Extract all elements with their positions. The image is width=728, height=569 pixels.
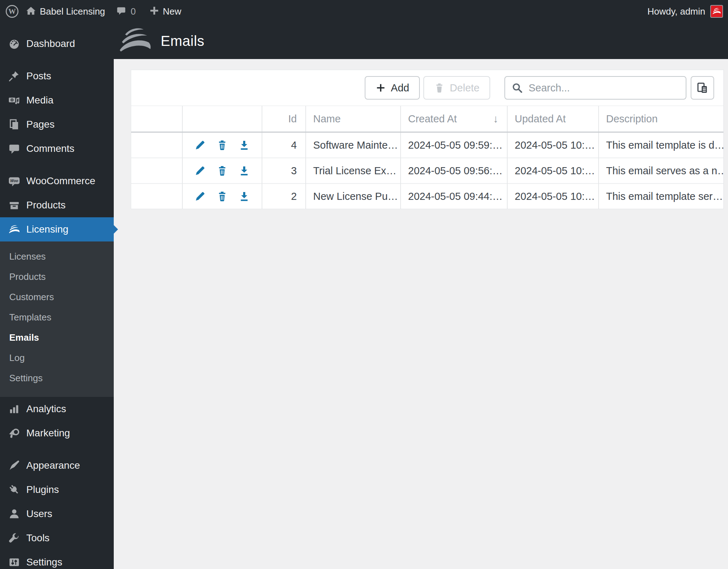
delete-icon[interactable] [216,191,228,202]
brush-icon [7,459,21,472]
select-cell[interactable] [131,158,182,184]
licensing-submenu: Licenses Products Customers Templates Em… [0,241,114,397]
table-row: 4 Software Mainte… 2024-05-05 09:59:… 20… [131,132,723,158]
name-cell: Software Mainte… [306,132,401,158]
search-box [504,76,686,100]
sidebar-item-label: Dashboard [26,38,75,49]
sidebar-item-media[interactable]: Media [0,88,114,112]
delete-icon[interactable] [216,139,228,151]
woocommerce-icon: Woo [7,175,21,187]
sidebar-item-label: Appearance [26,460,80,471]
created-at-cell: 2024-05-05 09:56:… [401,158,507,184]
pages-icon [7,118,21,131]
sidebar-item-label: WooCommerce [26,175,95,187]
plug-icon [7,484,21,496]
sidebar-item-analytics[interactable]: Analytics [0,397,114,421]
site-name: Babel Licensing [40,6,105,17]
submenu-item-templates[interactable]: Templates [0,307,114,328]
id-cell: 4 [262,132,306,158]
sidebar: Dashboard Posts Media Pages Comments Woo… [0,23,114,569]
svg-text:Woo: Woo [10,179,18,183]
select-cell[interactable] [131,184,182,209]
column-header-description[interactable]: Description [599,106,723,132]
submenu-item-licenses[interactable]: Licenses [0,246,114,267]
column-header-actions [182,106,262,132]
new-label: New [163,6,181,17]
column-header-updated-at[interactable]: Updated At [507,106,599,132]
delete-button-label: Delete [450,82,480,94]
sidebar-item-pages[interactable]: Pages [0,112,114,137]
sidebar-item-label: Posts [26,70,51,82]
home-icon [26,5,36,17]
select-cell[interactable] [131,132,182,158]
sidebar-item-woocommerce[interactable]: Woo WooCommerce [0,169,114,193]
column-header-select [131,106,182,132]
page-header: Emails [114,23,728,59]
description-cell: This email serves as a n… [599,158,723,184]
download-icon[interactable] [239,139,250,151]
sidebar-item-label: Marketing [26,427,70,439]
sidebar-item-products[interactable]: Products [0,193,114,217]
submenu-item-settings[interactable]: Settings [0,368,114,388]
new-shortcut[interactable]: New [149,6,181,17]
column-header-id[interactable]: Id [262,106,306,132]
sidebar-item-plugins[interactable]: Plugins [0,478,114,502]
avatar[interactable] [710,5,723,18]
submenu-label: Log [9,352,25,363]
sort-desc-icon: ↓ [493,113,498,125]
actions-cell [182,158,262,184]
delete-button[interactable]: Delete [423,76,490,100]
plus-icon [149,6,159,17]
updated-at-cell: 2024-05-05 10:… [507,158,599,184]
pin-icon [7,70,21,82]
sidebar-item-tools[interactable]: Tools [0,526,114,550]
comments-shortcut[interactable]: 0 [116,5,136,17]
comments-count: 0 [131,6,136,17]
column-header-created-at[interactable]: Created At ↓ [401,106,507,132]
sidebar-item-dashboard[interactable]: Dashboard [0,32,114,56]
sidebar-item-label: Settings [26,557,62,568]
id-cell: 3 [262,158,306,184]
sidebar-item-users[interactable]: Users [0,502,114,526]
svg-text:W: W [9,7,16,16]
sidebar-item-settings[interactable]: Settings [0,550,114,569]
wordpress-logo-icon[interactable]: W [5,4,19,18]
columns-toggle-button[interactable] [691,76,714,100]
admin-bar: W Babel Licensing 0 New Howdy, admin [0,0,728,23]
delete-icon[interactable] [216,165,228,176]
submenu-item-products[interactable]: Products [0,267,114,287]
sidebar-item-label: Pages [26,119,54,130]
submenu-label: Licenses [9,251,46,262]
submenu-item-customers[interactable]: Customers [0,287,114,307]
babel-waves-icon [7,224,21,235]
sidebar-item-licensing[interactable]: Licensing [0,217,114,241]
sidebar-item-label: Analytics [26,403,66,415]
sidebar-item-label: Tools [26,532,49,544]
updated-at-cell: 2024-05-05 10:… [507,184,599,209]
description-cell: This email template ser… [599,184,723,209]
edit-icon[interactable] [194,139,206,151]
name-cell: Trial License Ex… [306,158,401,184]
column-header-name[interactable]: Name [306,106,401,132]
sidebar-item-posts[interactable]: Posts [0,64,114,88]
sidebar-item-appearance[interactable]: Appearance [0,453,114,478]
add-button[interactable]: Add [365,76,420,100]
site-menu[interactable]: Babel Licensing [26,5,105,17]
search-input[interactable] [528,82,679,94]
table-row: 3 Trial License Ex… 2024-05-05 09:56:… 2… [131,158,723,184]
submenu-label: Customers [9,292,54,303]
add-button-label: Add [391,82,410,94]
sidebar-item-label: Media [26,95,53,106]
sidebar-item-label: Products [26,200,66,211]
download-icon[interactable] [239,165,250,176]
download-icon[interactable] [239,191,250,202]
sidebar-item-marketing[interactable]: Marketing [0,421,114,445]
edit-icon[interactable] [194,165,206,176]
submenu-item-emails[interactable]: Emails [0,328,114,348]
howdy-text[interactable]: Howdy, admin [647,6,705,17]
column-header-label: Created At [408,113,457,125]
submenu-item-log[interactable]: Log [0,348,114,368]
created-at-cell: 2024-05-05 09:44:… [401,184,507,209]
sidebar-item-comments[interactable]: Comments [0,137,114,161]
edit-icon[interactable] [194,191,206,202]
